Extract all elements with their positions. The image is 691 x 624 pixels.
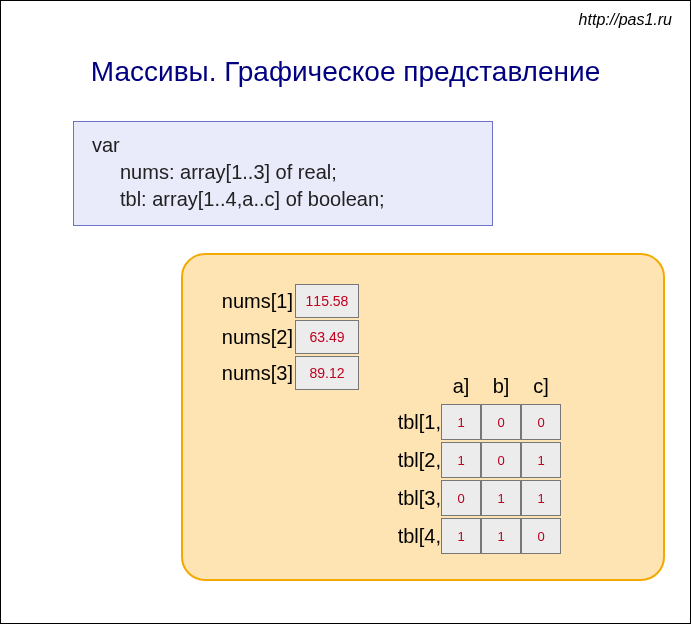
tbl-col-header: c] (521, 375, 561, 403)
nums-row: nums[2] 63.49 (207, 319, 359, 355)
tbl-array-block: a] b] c] tbl[1, 1 0 0 tbl[2, 1 0 1 tbl[3… (385, 375, 561, 555)
nums-cell: 63.49 (295, 320, 359, 354)
tbl-col-header: a] (441, 375, 481, 403)
tbl-row-label: tbl[1, (385, 411, 441, 434)
tbl-row: tbl[3, 0 1 1 (385, 479, 561, 517)
nums-index-label: nums[1] (207, 290, 295, 313)
nums-array-block: nums[1] 115.58 nums[2] 63.49 nums[3] 89.… (207, 283, 359, 391)
tbl-row: tbl[4, 1 1 0 (385, 517, 561, 555)
code-line-nums: nums: array[1..3] of real; (92, 159, 474, 186)
tbl-cell: 1 (441, 442, 481, 478)
tbl-header-row: a] b] c] (441, 375, 561, 403)
source-url: http://pas1.ru (579, 11, 672, 29)
code-line-tbl: tbl: array[1..4,a..c] of boolean; (92, 186, 474, 213)
tbl-row-label: tbl[2, (385, 449, 441, 472)
page-frame: http://pas1.ru Массивы. Графическое пред… (0, 0, 691, 624)
tbl-cell: 0 (521, 518, 561, 554)
code-declaration-box: var nums: array[1..3] of real; tbl: arra… (73, 121, 493, 226)
tbl-cell: 1 (481, 480, 521, 516)
code-line-var: var (92, 132, 474, 159)
tbl-cell: 1 (481, 518, 521, 554)
tbl-cell: 1 (441, 518, 481, 554)
tbl-row-label: tbl[3, (385, 487, 441, 510)
nums-cell: 89.12 (295, 356, 359, 390)
tbl-cell: 0 (481, 442, 521, 478)
nums-index-label: nums[2] (207, 326, 295, 349)
nums-index-label: nums[3] (207, 362, 295, 385)
tbl-cell: 0 (521, 404, 561, 440)
tbl-row-label: tbl[4, (385, 525, 441, 548)
tbl-cell: 1 (521, 480, 561, 516)
tbl-col-header: b] (481, 375, 521, 403)
tbl-row: tbl[2, 1 0 1 (385, 441, 561, 479)
tbl-row: tbl[1, 1 0 0 (385, 403, 561, 441)
tbl-cell: 0 (441, 480, 481, 516)
nums-row: nums[1] 115.58 (207, 283, 359, 319)
nums-cell: 115.58 (295, 284, 359, 318)
tbl-cell: 1 (521, 442, 561, 478)
tbl-cell: 1 (441, 404, 481, 440)
page-title: Массивы. Графическое представление (1, 56, 690, 88)
visualization-panel: nums[1] 115.58 nums[2] 63.49 nums[3] 89.… (181, 253, 665, 581)
nums-row: nums[3] 89.12 (207, 355, 359, 391)
tbl-cell: 0 (481, 404, 521, 440)
